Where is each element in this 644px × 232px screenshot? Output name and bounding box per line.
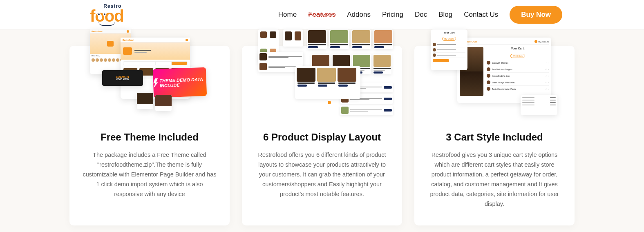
- buy-now-button[interactable]: Buy Now: [510, 6, 562, 24]
- card-cart-style: Your Cart My Orders RESTROFOODMy Account…: [414, 46, 575, 225]
- card-illustration-cart: Your Cart My Orders RESTROFOODMy Account…: [418, 29, 570, 115]
- logo[interactable]: Restro food: [90, 4, 124, 26]
- card-title: 3 Cart Style Included: [427, 132, 562, 143]
- nav-doc[interactable]: Doc: [415, 11, 427, 19]
- nav-features[interactable]: Features: [308, 11, 335, 19]
- nav-contact[interactable]: Contact Us: [464, 11, 498, 19]
- card-illustration-theme: Restrofood Hello Dear, Restrofood Delici…: [74, 29, 226, 115]
- nav-blog[interactable]: Blog: [438, 11, 452, 19]
- feature-cards-row: Restrofood Hello Dear, Restrofood Delici…: [0, 29, 644, 225]
- logo-main-text: food: [90, 8, 124, 24]
- card-illustration-layouts: [246, 29, 398, 115]
- card-description: The package includes a Free Theme called…: [82, 150, 217, 199]
- header: Restro food Home Features Addons Pricing…: [0, 0, 644, 29]
- card-product-layout: 6 Product Display Layout Restrofood offe…: [242, 46, 402, 225]
- card-free-theme: Restrofood Hello Dear, Restrofood Delici…: [69, 46, 230, 225]
- nav-addons[interactable]: Addons: [347, 11, 371, 19]
- card-title: Free Theme Included: [82, 132, 217, 143]
- main-nav: Home Features Addons Pricing Doc Blog Co…: [278, 6, 562, 24]
- lightning-icon: [153, 78, 158, 88]
- nav-home[interactable]: Home: [278, 11, 297, 19]
- card-description: Restrofood offers you 6 different kinds …: [254, 150, 390, 199]
- nav-pricing[interactable]: Pricing: [382, 11, 403, 19]
- card-description: Restrofood gives you 3 unique cart style…: [427, 150, 562, 209]
- card-title: 6 Product Display Layout: [254, 132, 390, 143]
